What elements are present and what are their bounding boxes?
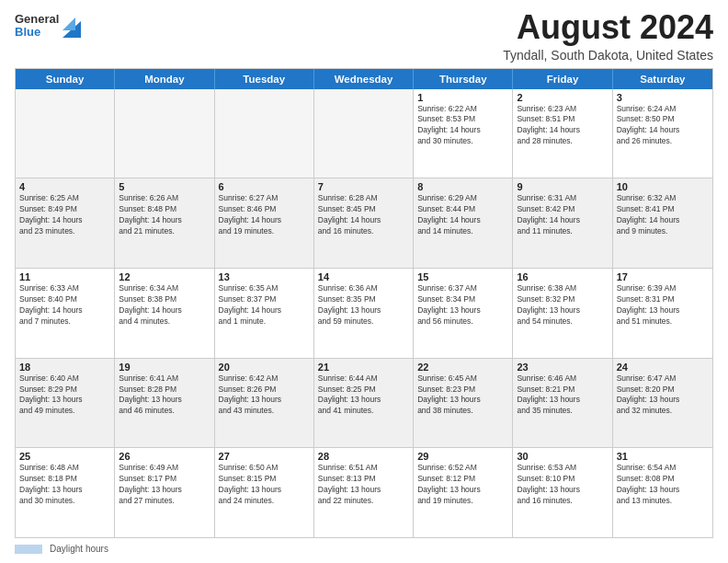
day-info: Sunrise: 6:32 AM Sunset: 8:41 PM Dayligh… (617, 193, 709, 237)
cal-cell: 17Sunrise: 6:39 AM Sunset: 8:31 PM Dayli… (613, 269, 712, 358)
day-info: Sunrise: 6:47 AM Sunset: 8:20 PM Dayligh… (617, 373, 709, 418)
cal-header-thursday: Thursday (414, 69, 513, 89)
day-info: Sunrise: 6:37 AM Sunset: 8:34 PM Dayligh… (417, 283, 508, 327)
cal-cell: 15Sunrise: 6:37 AM Sunset: 8:34 PM Dayli… (414, 269, 513, 358)
cal-cell: 6Sunrise: 6:27 AM Sunset: 8:46 PM Daylig… (215, 178, 314, 268)
cal-cell: 11Sunrise: 6:33 AM Sunset: 8:40 PM Dayli… (16, 269, 115, 358)
cal-cell: 23Sunrise: 6:46 AM Sunset: 8:21 PM Dayli… (513, 359, 612, 448)
cal-header-saturday: Saturday (613, 69, 712, 89)
main-title: August 2024 (503, 9, 713, 46)
cal-cell (115, 89, 214, 178)
calendar: SundayMondayTuesdayWednesdayThursdayFrid… (15, 68, 713, 538)
day-info: Sunrise: 6:26 AM Sunset: 8:48 PM Dayligh… (119, 193, 210, 237)
day-info: Sunrise: 6:41 AM Sunset: 8:28 PM Dayligh… (119, 373, 210, 418)
day-number: 5 (119, 181, 210, 192)
day-number: 21 (318, 362, 409, 373)
day-number: 25 (19, 451, 110, 462)
day-info: Sunrise: 6:50 AM Sunset: 8:15 PM Dayligh… (219, 463, 310, 507)
cal-week-2: 4Sunrise: 6:25 AM Sunset: 8:49 PM Daylig… (16, 178, 712, 269)
day-number: 22 (417, 362, 508, 373)
day-info: Sunrise: 6:23 AM Sunset: 8:51 PM Dayligh… (517, 104, 608, 148)
day-number: 14 (318, 271, 409, 282)
day-info: Sunrise: 6:52 AM Sunset: 8:12 PM Dayligh… (417, 463, 508, 507)
day-number: 30 (517, 451, 608, 462)
cal-week-5: 25Sunrise: 6:48 AM Sunset: 8:18 PM Dayli… (16, 448, 712, 537)
calendar-header-row: SundayMondayTuesdayWednesdayThursdayFrid… (16, 69, 712, 89)
cal-cell: 3Sunrise: 6:24 AM Sunset: 8:50 PM Daylig… (613, 89, 712, 178)
cal-header-wednesday: Wednesday (314, 69, 414, 89)
cal-cell: 28Sunrise: 6:51 AM Sunset: 8:13 PM Dayli… (314, 448, 414, 537)
day-number: 17 (617, 271, 709, 282)
title-block: August 2024 Tyndall, South Dakota, Unite… (503, 9, 713, 63)
cal-header-sunday: Sunday (16, 69, 115, 89)
cal-cell: 21Sunrise: 6:44 AM Sunset: 8:25 PM Dayli… (314, 359, 414, 448)
logo-blue: Blue (15, 26, 59, 39)
cal-cell: 26Sunrise: 6:49 AM Sunset: 8:17 PM Dayli… (115, 448, 214, 537)
day-number: 11 (19, 271, 110, 282)
cal-cell: 10Sunrise: 6:32 AM Sunset: 8:41 PM Dayli… (613, 178, 712, 268)
day-number: 18 (19, 362, 110, 373)
day-info: Sunrise: 6:39 AM Sunset: 8:31 PM Dayligh… (617, 283, 709, 327)
logo-general: General (15, 13, 59, 26)
cal-cell: 9Sunrise: 6:31 AM Sunset: 8:42 PM Daylig… (513, 178, 612, 268)
cal-week-3: 11Sunrise: 6:33 AM Sunset: 8:40 PM Dayli… (16, 269, 712, 359)
day-number: 19 (119, 362, 210, 373)
day-number: 9 (517, 181, 608, 192)
cal-cell: 7Sunrise: 6:28 AM Sunset: 8:45 PM Daylig… (314, 178, 414, 268)
cal-cell: 13Sunrise: 6:35 AM Sunset: 8:37 PM Dayli… (215, 269, 314, 358)
cal-cell (215, 89, 314, 178)
cal-cell: 16Sunrise: 6:38 AM Sunset: 8:32 PM Dayli… (513, 269, 612, 358)
day-number: 20 (219, 362, 310, 373)
cal-cell (16, 89, 115, 178)
logo-icon (63, 12, 81, 38)
day-number: 6 (219, 181, 310, 192)
page: General Blue August 2024 Tyndall, South … (0, 0, 728, 563)
cal-cell: 31Sunrise: 6:54 AM Sunset: 8:08 PM Dayli… (613, 448, 712, 537)
cal-cell: 8Sunrise: 6:29 AM Sunset: 8:44 PM Daylig… (414, 178, 513, 268)
day-info: Sunrise: 6:49 AM Sunset: 8:17 PM Dayligh… (119, 463, 210, 507)
cal-cell: 18Sunrise: 6:40 AM Sunset: 8:29 PM Dayli… (16, 359, 115, 448)
day-info: Sunrise: 6:53 AM Sunset: 8:10 PM Dayligh… (517, 463, 608, 507)
day-info: Sunrise: 6:51 AM Sunset: 8:13 PM Dayligh… (318, 463, 409, 507)
day-number: 24 (617, 362, 709, 373)
day-number: 15 (417, 271, 508, 282)
cal-cell (314, 89, 414, 178)
cal-cell: 25Sunrise: 6:48 AM Sunset: 8:18 PM Dayli… (16, 448, 115, 537)
cal-header-friday: Friday (513, 69, 612, 89)
day-info: Sunrise: 6:24 AM Sunset: 8:50 PM Dayligh… (617, 104, 709, 148)
day-number: 7 (318, 181, 409, 192)
day-info: Sunrise: 6:25 AM Sunset: 8:49 PM Dayligh… (19, 193, 110, 237)
cal-cell: 29Sunrise: 6:52 AM Sunset: 8:12 PM Dayli… (414, 448, 513, 537)
cal-cell: 12Sunrise: 6:34 AM Sunset: 8:38 PM Dayli… (115, 269, 214, 358)
day-info: Sunrise: 6:34 AM Sunset: 8:38 PM Dayligh… (119, 283, 210, 327)
day-number: 16 (517, 271, 608, 282)
svg-marker-1 (63, 17, 75, 30)
cal-cell: 2Sunrise: 6:23 AM Sunset: 8:51 PM Daylig… (513, 89, 612, 178)
day-info: Sunrise: 6:22 AM Sunset: 8:53 PM Dayligh… (417, 104, 508, 148)
calendar-body: 1Sunrise: 6:22 AM Sunset: 8:53 PM Daylig… (16, 89, 712, 537)
cal-cell: 4Sunrise: 6:25 AM Sunset: 8:49 PM Daylig… (16, 178, 115, 268)
cal-cell: 22Sunrise: 6:45 AM Sunset: 8:23 PM Dayli… (414, 359, 513, 448)
day-info: Sunrise: 6:36 AM Sunset: 8:35 PM Dayligh… (318, 283, 409, 327)
day-number: 4 (19, 181, 110, 192)
day-number: 29 (417, 451, 508, 462)
cal-cell: 20Sunrise: 6:42 AM Sunset: 8:26 PM Dayli… (215, 359, 314, 448)
day-info: Sunrise: 6:31 AM Sunset: 8:42 PM Dayligh… (517, 193, 608, 237)
day-info: Sunrise: 6:28 AM Sunset: 8:45 PM Dayligh… (318, 193, 409, 237)
day-info: Sunrise: 6:27 AM Sunset: 8:46 PM Dayligh… (219, 193, 310, 237)
day-number: 23 (517, 362, 608, 373)
daylight-bar-sample (15, 545, 42, 554)
day-info: Sunrise: 6:46 AM Sunset: 8:21 PM Dayligh… (517, 373, 608, 418)
day-info: Sunrise: 6:29 AM Sunset: 8:44 PM Dayligh… (417, 193, 508, 237)
day-number: 13 (219, 271, 310, 282)
day-number: 26 (119, 451, 210, 462)
day-number: 27 (219, 451, 310, 462)
day-info: Sunrise: 6:54 AM Sunset: 8:08 PM Dayligh… (617, 463, 709, 507)
cal-cell: 19Sunrise: 6:41 AM Sunset: 8:28 PM Dayli… (115, 359, 214, 448)
logo: General Blue (15, 13, 81, 40)
day-number: 28 (318, 451, 409, 462)
day-info: Sunrise: 6:33 AM Sunset: 8:40 PM Dayligh… (19, 283, 110, 327)
cal-cell: 5Sunrise: 6:26 AM Sunset: 8:48 PM Daylig… (115, 178, 214, 268)
day-number: 10 (617, 181, 709, 192)
day-number: 1 (417, 92, 508, 103)
